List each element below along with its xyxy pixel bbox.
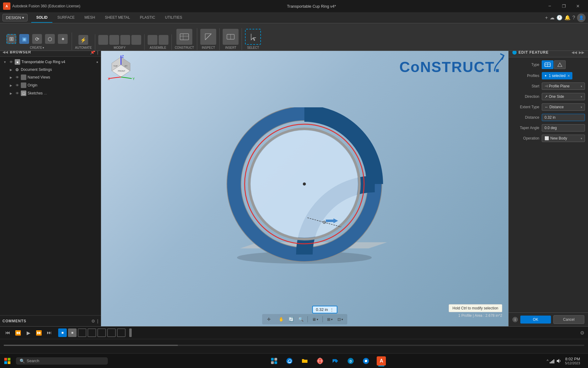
tl-marker-outline1[interactable] [78,328,86,337]
comments-settings-icon[interactable]: ⚙ [91,319,95,324]
create-label[interactable]: CREATE ▾ [30,46,44,49]
pan-tool-btn[interactable]: ✋ [277,315,285,324]
select-icon[interactable] [245,29,261,45]
tab-mesh[interactable]: MESH [80,13,100,23]
ef-cancel-button[interactable]: Cancel [553,315,585,324]
tab-plastic[interactable]: PLASTIC [135,13,160,23]
ef-type-btn2[interactable] [554,60,566,69]
restore-button[interactable]: ❐ [557,0,571,12]
insert-label[interactable]: INSERT [225,46,236,49]
assemble-icon1[interactable] [148,35,157,45]
modify-label[interactable]: MODIFY [114,46,126,49]
inspect-label[interactable]: INSPECT [202,46,215,49]
tab-solid[interactable]: SOLID [31,13,52,23]
ef-type-btn1[interactable] [542,60,553,69]
tl-next-btn[interactable]: ⏩ [35,329,43,337]
ef-taper-input[interactable] [542,124,585,132]
named-views-vis-icon[interactable]: 👁 [15,75,20,80]
tree-doc-settings[interactable]: ▶ ⚙ Document Settings [0,66,101,73]
tl-marker-outline3[interactable] [97,328,106,337]
construct-label[interactable]: CONSTRUCT [175,46,194,49]
clock-icon[interactable]: 🕐 [556,15,563,21]
taskbar-widgets-btn[interactable] [267,354,281,368]
tree-named-views[interactable]: ▶ 👁 Named Views [0,73,101,81]
system-clock[interactable]: 8:02 PM 5/12/2023 [563,357,582,365]
modify-icon4[interactable] [131,35,141,45]
profiles-clear-btn[interactable]: × [567,73,570,78]
taskbar-store-btn[interactable] [359,354,373,368]
modify-icon3[interactable] [120,35,130,45]
viewcube[interactable]: X Y Z FRONT TOP RT [107,54,135,82]
tl-start-btn[interactable]: ⏮ [4,329,12,337]
tl-marker-outline2[interactable] [88,328,96,337]
tl-end-btn[interactable]: ⏭ [45,329,53,337]
ef-distance-input[interactable] [542,114,585,121]
ef-ok-button[interactable]: OK [520,316,551,324]
taskbar-dell-btn[interactable]: D [344,354,357,368]
construct-icon[interactable] [176,29,192,45]
ef-back-arrow[interactable]: ◀◀ [571,50,577,55]
modify-icon1[interactable] [98,35,108,45]
rotate-tool-btn[interactable]: 🔄 [287,315,295,324]
orbit-tool-btn[interactable]: ✛ [265,315,273,324]
tl-marker-blue[interactable]: ■ [58,328,67,337]
taskbar-edge-btn[interactable] [283,354,296,368]
tree-origin[interactable]: ▶ 👁 Origin [0,81,101,89]
sketches-vis-icon[interactable]: 👁 [15,91,20,96]
tl-scrubber[interactable] [129,328,132,337]
revolve-btn[interactable]: ⟳ [31,33,43,45]
bell-icon[interactable]: 🔔 [564,15,571,21]
taskbar-browser-btn[interactable] [313,354,327,368]
cloud-icon[interactable]: ☁ [550,15,555,21]
grid-btn[interactable]: ⊞▾ [325,316,334,323]
tl-settings-btn[interactable]: ⚙ [580,330,584,336]
assemble-icon2[interactable] [159,35,168,45]
origin-vis-icon[interactable]: 👁 [15,83,20,88]
new-component-btn[interactable]: ⊞ [6,33,17,45]
tl-prev-btn[interactable]: ⏪ [14,329,22,337]
loft-btn[interactable]: ⬡ [44,33,56,45]
show-desktop-btn[interactable] [584,354,586,368]
tl-marker-outline4[interactable] [107,328,116,337]
design-mode-button[interactable]: DESIGN ▾ [2,14,28,21]
automate-icon[interactable]: ⚡ [78,35,88,45]
tree-root-item[interactable]: ▼ 👁 ■ Transportable Cup Ring v4 ● [0,58,101,66]
tray-arrow[interactable]: ^ [547,358,548,363]
tab-surface[interactable]: SURFACE [52,13,80,23]
tab-sheet-metal[interactable]: SHEET METAL [100,13,135,23]
help-icon[interactable]: ? [572,15,575,21]
taskbar-explorer-btn[interactable] [298,354,311,368]
select-label[interactable]: SELECT [247,46,259,49]
pattern-btn[interactable]: ✦ [57,33,69,45]
ef-operation-dropdown[interactable]: ⬜ New Body ▾ [542,135,585,142]
assemble-label[interactable]: ASSEMBLE [150,46,166,49]
ef-direction-dropdown[interactable]: ↗ One Side ▾ [542,93,585,100]
start-button[interactable] [0,354,15,368]
insert-icon[interactable] [223,29,239,45]
tree-root-pin[interactable]: ● [96,60,98,64]
inspect-icon[interactable] [200,29,216,45]
viewport[interactable]: 0.32 in ⋮ CoNSTRUCT. X Y [101,48,508,326]
tab-utilities[interactable]: UTILITIES [160,13,187,23]
snap-btn[interactable]: ⊡▾ [336,316,345,323]
ef-forward-arrow[interactable]: ▶▶ [579,50,584,55]
zoom-tool-btn[interactable]: 🔍 [296,315,305,324]
extrude-btn[interactable]: ▣ [18,33,30,45]
display-mode-btn[interactable]: 🖥▾ [310,316,320,323]
ef-start-dropdown[interactable]: ⊣ Profile Plane ▾ [542,82,585,90]
window-controls[interactable]: − ❐ × [543,0,585,12]
tl-marker-gray[interactable]: ■ [68,328,77,337]
tl-play-btn[interactable]: ▶ [24,329,32,337]
distance-input-overlay[interactable]: 0.32 in ⋮ [312,306,337,313]
automate-label[interactable]: AUTOMATE [75,46,92,49]
minimize-button[interactable]: − [543,0,557,12]
more-options-icon[interactable]: ⋮ [330,307,334,312]
comments-pin-icon[interactable]: | [97,319,98,324]
tl-marker-outline5[interactable] [117,328,126,337]
modify-icon2[interactable] [109,35,119,45]
user-avatar[interactable]: 👤 [577,13,586,22]
close-button[interactable]: × [571,0,585,12]
taskbar-vscode-btn[interactable] [329,354,342,368]
add-tab-icon[interactable]: + [545,15,548,21]
ef-extent-type-dropdown[interactable]: ↔ Distance ▾ [542,103,585,111]
